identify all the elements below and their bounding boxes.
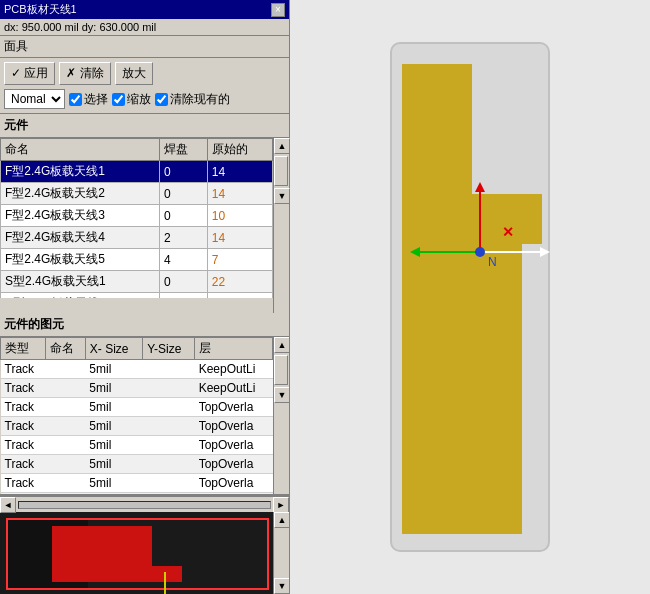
prim-cell-layer: KeepOutLi (195, 379, 273, 398)
prim-cell-type: Track (1, 379, 46, 398)
col-name: 命名 (1, 139, 160, 161)
prim-scroll-thumb[interactable] (274, 355, 288, 385)
prim-scroll-up[interactable]: ▲ (274, 337, 289, 353)
prim-cell-ysize (143, 417, 195, 436)
prim-cell-ysize (143, 398, 195, 417)
select-label: 选择 (84, 91, 108, 108)
component-row[interactable]: S型2.4G板载天线21821 (1, 293, 273, 299)
component-row[interactable]: F型2.4G板载天线1014 (1, 161, 273, 183)
clearexist-checkbox-label[interactable]: 清除现有的 (155, 91, 230, 108)
close-button[interactable]: × (271, 3, 285, 17)
prev-vscroll-down[interactable]: ▼ (274, 578, 289, 594)
primitive-row[interactable]: Track5milTopOverla (1, 455, 273, 474)
primitive-row[interactable]: Track5milTopOverla (1, 474, 273, 493)
scroll-thumb[interactable] (274, 156, 288, 186)
mode-select[interactable]: Nomal (4, 89, 65, 109)
comp-cell-original: 14 (207, 161, 272, 183)
comp-cell-name: F型2.4G板载天线2 (1, 183, 160, 205)
hscroll-left[interactable]: ◄ (0, 497, 16, 513)
comp-cell-name: F型2.4G板载天线4 (1, 227, 160, 249)
scroll-up-button[interactable]: ▲ (274, 138, 290, 154)
primitive-row[interactable]: Track5milTopOverla (1, 398, 273, 417)
prim-cell-name (46, 417, 86, 436)
filter-bar: ✓ 应用 ✗ 清除 放大 Nomal 选择 缩放 清除现有的 (0, 58, 289, 114)
components-table-scroll[interactable]: 命名 焊盘 原始的 F型2.4G板载天线1014F型2.4G板载天线2014F型… (0, 138, 273, 298)
prim-col-ysize: Y-Size (143, 338, 195, 360)
component-row[interactable]: F型2.4G板载天线2014 (1, 183, 273, 205)
prim-cell-layer: TopOverla (195, 455, 273, 474)
prev-vscroll-track (274, 528, 289, 578)
prim-cell-xsize: 5mil (85, 360, 142, 379)
prim-cell-name (46, 360, 86, 379)
coords-bar: dx: 950.000 mil dy: 630.000 mil (0, 19, 289, 36)
col-pads: 焊盘 (159, 139, 207, 161)
primitive-row[interactable]: Track5milTopOverla (1, 417, 273, 436)
comp-cell-pads: 2 (159, 227, 207, 249)
prim-cell-layer: KeepOutLi (195, 360, 273, 379)
comp-cell-pads: 18 (159, 293, 207, 299)
prim-cell-type: Track (1, 455, 46, 474)
comp-cell-pads: 0 (159, 183, 207, 205)
comp-cell-name: F型2.4G板载天线1 (1, 161, 160, 183)
primitives-table: 类型 命名 X- Size Y-Size 层 Track5milKeepOutL… (0, 337, 273, 494)
pcb-viewport: N ✕ (370, 32, 570, 562)
primitive-row[interactable]: Track5milTopOverla (1, 436, 273, 455)
title-text: PCB板材天线1 (4, 2, 77, 17)
preview-vscroll[interactable]: ▲ ▼ (273, 512, 289, 594)
comp-cell-name: S型2.4G板载天线2 (1, 293, 160, 299)
prim-cell-ysize (143, 379, 195, 398)
scroll-down-button[interactable]: ▼ (274, 188, 290, 204)
select-checkbox-label[interactable]: 选择 (69, 91, 108, 108)
primitive-row[interactable]: Track5milKeepOutLi (1, 379, 273, 398)
component-outline (390, 42, 550, 552)
components-section-title: 元件 (0, 114, 289, 138)
prim-cell-type: Track (1, 360, 46, 379)
prim-cell-xsize: 5mil (85, 474, 142, 493)
comp-cell-original: 14 (207, 183, 272, 205)
primitive-row[interactable]: Track5milKeepOutLi (1, 360, 273, 379)
primitives-scrollbar[interactable]: ▲ ▼ (273, 337, 289, 494)
prim-cell-layer: TopOverla (195, 398, 273, 417)
prim-cell-ysize (143, 436, 195, 455)
comp-cell-name: S型2.4G板载天线1 (1, 271, 160, 293)
menu-item-miju[interactable]: 面具 (4, 38, 28, 55)
prim-scroll-down[interactable]: ▼ (274, 387, 289, 403)
components-table: 命名 焊盘 原始的 F型2.4G板载天线1014F型2.4G板载天线2014F型… (0, 138, 273, 298)
preview-notch (152, 526, 202, 566)
clearexist-checkbox[interactable] (155, 93, 168, 106)
prim-cell-type: Track (1, 474, 46, 493)
component-row[interactable]: S型2.4G板载天线1022 (1, 271, 273, 293)
comp-cell-pads: 4 (159, 249, 207, 271)
preview-hscroll[interactable]: ◄ ► (0, 496, 289, 512)
prim-cell-ysize (143, 360, 195, 379)
comp-cell-original: 10 (207, 205, 272, 227)
component-row[interactable]: F型2.4G板载天线547 (1, 249, 273, 271)
prim-col-layer: 层 (195, 338, 273, 360)
primitives-scroll[interactable]: 类型 命名 X- Size Y-Size 层 Track5milKeepOutL… (0, 337, 273, 494)
prim-cell-xsize: 5mil (85, 455, 142, 474)
prim-cell-name (46, 474, 86, 493)
comp-cell-pads: 0 (159, 161, 207, 183)
shrink-checkbox-label[interactable]: 缩放 (112, 91, 151, 108)
shrink-label: 缩放 (127, 91, 151, 108)
prim-cell-ysize (143, 455, 195, 474)
component-row[interactable]: F型2.4G板载天线3010 (1, 205, 273, 227)
hscroll-right[interactable]: ► (273, 497, 289, 513)
prim-cell-name (46, 379, 86, 398)
comp-cell-name: F型2.4G板载天线5 (1, 249, 160, 271)
comp-cell-original: 22 (207, 271, 272, 293)
clear-button[interactable]: ✗ 清除 (59, 62, 110, 85)
prev-vscroll-up[interactable]: ▲ (274, 512, 289, 528)
shrink-checkbox[interactable] (112, 93, 125, 106)
component-row[interactable]: F型2.4G板载天线4214 (1, 227, 273, 249)
preview-section: ◄ ► ▲ ▼ (0, 494, 289, 594)
select-checkbox[interactable] (69, 93, 82, 106)
zoom-button[interactable]: 放大 (115, 62, 153, 85)
prim-cell-name (46, 398, 86, 417)
apply-button[interactable]: ✓ 应用 (4, 62, 55, 85)
prim-col-xsize: X- Size (85, 338, 142, 360)
components-scrollbar[interactable]: ▲ ▼ (273, 138, 289, 313)
hscroll-track[interactable] (18, 501, 271, 509)
pcb-canvas-area[interactable]: N ✕ (290, 0, 650, 594)
primitives-section-title: 元件的图元 (0, 313, 289, 337)
